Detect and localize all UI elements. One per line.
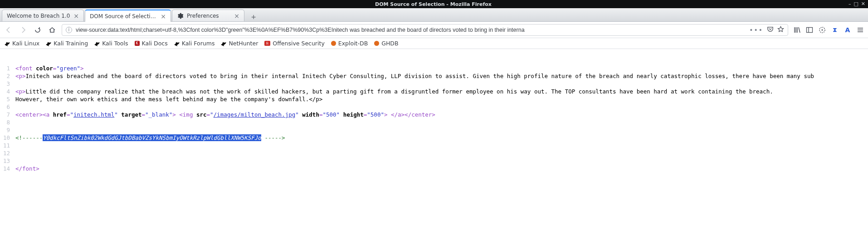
tab-domsource[interactable]: DOM Source of Selection × (85, 10, 171, 22)
new-tab-button[interactable]: + (248, 12, 259, 21)
source-line[interactable]: 3 (0, 80, 814, 88)
line-code[interactable]: </font> (13, 165, 814, 172)
pocket-icon[interactable] (767, 26, 774, 34)
source-line[interactable]: 14</font> (0, 165, 814, 172)
line-code[interactable]: <p>Little did the company realize that t… (13, 88, 814, 95)
extension-dot-icon[interactable] (818, 26, 826, 34)
source-line[interactable]: 13 (0, 157, 814, 165)
bookmark-exploit-db[interactable]: Exploit-DB (331, 40, 368, 47)
line-code[interactable] (13, 149, 814, 157)
nav-toolbar: i ••• ⧗ A (0, 22, 868, 38)
line-number: 13 (0, 157, 13, 165)
source-line[interactable]: 6 (0, 103, 814, 111)
exploitdb-icon (331, 41, 336, 46)
bookmark-kali-forums[interactable]: Kali Forums (174, 40, 215, 47)
bookmark-kali-tools[interactable]: Kali Tools (94, 40, 128, 47)
svg-point-2 (822, 29, 823, 30)
line-number: 7 (0, 111, 13, 118)
tab-label: Welcome to Breach 1.0 (7, 13, 70, 19)
line-number: 3 (0, 80, 13, 88)
svg-rect-0 (807, 27, 813, 32)
line-code[interactable] (13, 142, 814, 149)
reload-button[interactable] (33, 25, 43, 35)
tab-preferences[interactable]: Preferences × (172, 10, 244, 21)
url-input[interactable] (76, 27, 746, 33)
line-code[interactable]: <center><a href="initech.html" target="_… (13, 111, 814, 118)
site-info-icon[interactable]: i (66, 27, 72, 33)
line-code[interactable] (13, 103, 814, 111)
window-close-icon[interactable]: ✕ (861, 0, 865, 8)
tab-label: DOM Source of Selection (90, 13, 157, 20)
line-code[interactable] (13, 118, 814, 126)
bookmark-label: Kali Linux (12, 40, 39, 47)
source-line[interactable]: 5However, their own work ethics and the … (0, 95, 814, 103)
ghdb-icon (374, 41, 379, 46)
line-code[interactable]: However, their own work ethics and the m… (13, 95, 814, 103)
line-code[interactable]: <font color="green"> (13, 64, 814, 72)
tab-welcome[interactable]: Welcome to Breach 1.0 × (2, 10, 84, 21)
bookmark-kali-training[interactable]: Kali Training (46, 40, 88, 47)
line-code[interactable]: <!------Y0dkcFltSnZibk02WkdGdGJtbDBabVZs… (13, 134, 814, 142)
close-icon[interactable]: × (161, 13, 166, 20)
tab-strip: Welcome to Breach 1.0 × DOM Source of Se… (0, 8, 868, 22)
offsec-icon: ⎘ (264, 41, 270, 46)
window-titlebar: DOM Source of Selection - Mozilla Firefo… (0, 0, 868, 8)
line-code[interactable] (13, 80, 814, 88)
bookmark-kali-docs[interactable]: KKali Docs (135, 40, 168, 47)
library-icon[interactable] (793, 26, 801, 34)
bookmark-label: Kali Forums (182, 40, 215, 47)
source-line[interactable]: 4<p>Little did the company realize that … (0, 88, 814, 95)
view-source-pane[interactable]: 1<font color="green">2<p>Initech was bre… (0, 49, 868, 231)
source-line[interactable]: 1<font color="green"> (0, 64, 814, 72)
kali-docs-icon: K (135, 41, 140, 46)
close-icon[interactable]: × (73, 13, 79, 19)
line-number: 4 (0, 88, 13, 95)
kali-dragon-icon (46, 41, 51, 46)
bookmark-star-icon[interactable] (777, 26, 784, 34)
source-line[interactable]: 7<center><a href="initech.html" target="… (0, 111, 814, 118)
window-maximize-icon[interactable]: □ (853, 0, 858, 8)
extension-foxyproxy-icon[interactable]: ⧗ (831, 26, 839, 34)
extension-a-icon[interactable]: A (844, 26, 852, 34)
line-code[interactable] (13, 157, 814, 165)
kali-dragon-icon (94, 41, 100, 46)
bookmark-nethunter[interactable]: NetHunter (221, 40, 258, 47)
bookmark-label: Kali Docs (142, 40, 168, 47)
source-line[interactable]: 10<!------Y0dkcFltSnZibk02WkdGdGJtbDBabV… (0, 134, 814, 142)
bookmark-label: Kali Tools (102, 40, 128, 47)
line-number: 11 (0, 142, 13, 149)
source-line[interactable]: 8 (0, 118, 814, 126)
tab-label: Preferences (187, 13, 230, 19)
bookmark-ghdb[interactable]: GHDB (374, 40, 398, 47)
gear-icon (177, 13, 183, 19)
back-button[interactable] (4, 25, 14, 35)
window-minimize-icon[interactable]: – (848, 0, 851, 8)
line-number: 14 (0, 165, 13, 172)
forward-button[interactable] (18, 25, 28, 35)
source-line[interactable]: 11 (0, 142, 814, 149)
bookmark-kali-linux[interactable]: Kali Linux (5, 40, 39, 47)
bookmark-offsec[interactable]: ⎘Offensive Security (264, 40, 324, 47)
url-field[interactable]: i ••• (62, 24, 788, 36)
window-title: DOM Source of Selection - Mozilla Firefo… (21, 1, 846, 7)
line-number: 6 (0, 103, 13, 111)
line-number: 2 (0, 72, 13, 80)
hamburger-menu-icon[interactable] (856, 26, 864, 34)
line-number: 9 (0, 126, 13, 134)
source-line[interactable]: 2<p>Initech was breached and the board o… (0, 72, 814, 80)
line-number: 1 (0, 64, 13, 72)
kali-dragon-icon (221, 41, 226, 46)
source-line[interactable]: 12 (0, 149, 814, 157)
line-code[interactable]: <p>Initech was breached and the board of… (13, 72, 814, 80)
home-button[interactable] (47, 25, 57, 35)
source-table: 1<font color="green">2<p>Initech was bre… (0, 64, 814, 172)
line-number: 10 (0, 134, 13, 142)
line-code[interactable] (13, 126, 814, 134)
line-number: 8 (0, 118, 13, 126)
close-icon[interactable]: × (234, 13, 239, 19)
kali-dragon-icon (5, 41, 10, 46)
page-actions-icon[interactable]: ••• (749, 26, 763, 34)
sidebar-icon[interactable] (805, 26, 814, 34)
bookmarks-toolbar: Kali Linux Kali Training Kali Tools KKal… (0, 38, 868, 49)
source-line[interactable]: 9 (0, 126, 814, 134)
